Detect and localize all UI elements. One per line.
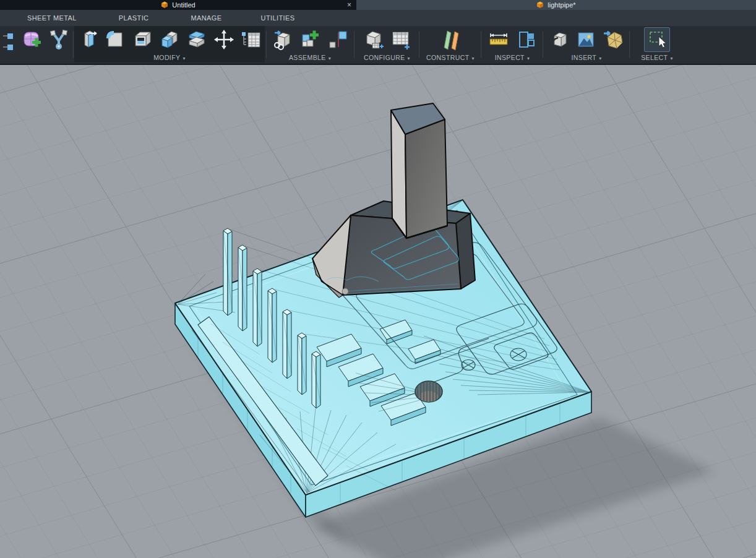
group-label-assemble[interactable]: ASSEMBLE bbox=[289, 54, 326, 61]
toolbar-group-construct: CONSTRUCT ▾ bbox=[420, 26, 481, 62]
chevron-down-icon: ▾ bbox=[183, 56, 185, 61]
group-label-configure[interactable]: CONFIGURE bbox=[364, 54, 405, 61]
group-label-construct[interactable]: CONSTRUCT bbox=[426, 54, 470, 61]
joint-icon[interactable] bbox=[326, 28, 348, 51]
toolbar-group-create bbox=[0, 26, 73, 62]
viewport-canvas[interactable] bbox=[0, 64, 756, 558]
sphere-marker bbox=[342, 288, 348, 294]
chevron-down-icon: ▾ bbox=[527, 56, 530, 61]
tab-label: lightpipe* bbox=[548, 1, 575, 9]
ribbon-tab-plastic[interactable]: PLASTIC bbox=[116, 14, 152, 22]
toolbar-group-configure: CONFIGURE ▾ bbox=[355, 26, 419, 62]
section-analysis-icon[interactable] bbox=[515, 28, 538, 51]
group-label-inspect[interactable]: INSPECT bbox=[495, 54, 525, 61]
insert-component-icon[interactable] bbox=[272, 28, 294, 51]
toolbar-group-select: SELECT ▾ bbox=[630, 26, 684, 62]
sketch-fragment-icon[interactable] bbox=[3, 28, 15, 51]
split-body-icon[interactable] bbox=[186, 28, 208, 51]
document-tab-bar: Untitled × lightpipe* bbox=[0, 0, 756, 10]
toolbar-group-assemble: ASSEMBLE ▾ bbox=[267, 26, 353, 62]
chevron-down-icon: ▾ bbox=[599, 56, 601, 61]
toolbar: MODIFY ▾ bbox=[0, 26, 756, 65]
close-icon[interactable]: × bbox=[347, 0, 351, 10]
create-form-icon[interactable] bbox=[20, 28, 43, 51]
configuration-table-icon[interactable] bbox=[390, 28, 412, 51]
tab-label: Untitled bbox=[172, 1, 195, 9]
derive-icon[interactable] bbox=[548, 28, 570, 51]
configuration-icon[interactable] bbox=[363, 28, 385, 51]
tab-lightpipe[interactable]: lightpipe* bbox=[356, 0, 756, 10]
ribbon-tab-sheet-metal[interactable]: SHEET METAL bbox=[25, 14, 79, 22]
ribbon-tab-bar: SHEET METAL PLASTIC MANAGE UTILITIES bbox=[0, 10, 756, 26]
solid-body-tower[interactable] bbox=[391, 103, 447, 238]
canvas-icon[interactable] bbox=[575, 28, 597, 51]
document-cube-icon bbox=[161, 1, 168, 9]
construction-plane-icon[interactable] bbox=[438, 28, 463, 51]
chevron-down-icon: ▾ bbox=[408, 56, 410, 61]
toolbar-group-inspect: INSPECT ▾ bbox=[482, 26, 543, 62]
insert-mesh-icon[interactable] bbox=[602, 28, 625, 51]
fillet-icon[interactable] bbox=[104, 28, 126, 51]
measure-icon[interactable] bbox=[487, 28, 510, 51]
document-cube-icon bbox=[536, 1, 544, 9]
combine-icon[interactable] bbox=[158, 28, 181, 51]
change-parameters-icon[interactable] bbox=[240, 28, 262, 51]
new-component-icon[interactable] bbox=[299, 28, 321, 51]
press-pull-icon[interactable] bbox=[77, 28, 99, 51]
automated-modeling-icon[interactable] bbox=[48, 28, 70, 51]
chevron-down-icon: ▾ bbox=[329, 56, 331, 61]
group-label-modify[interactable]: MODIFY bbox=[153, 54, 180, 61]
ribbon-tab-manage[interactable]: MANAGE bbox=[188, 14, 224, 22]
toolbar-group-insert: INSERT ▾ bbox=[544, 26, 629, 62]
group-label-insert[interactable]: INSERT bbox=[571, 54, 596, 61]
shell-icon[interactable] bbox=[131, 28, 153, 51]
tab-untitled[interactable]: Untitled × bbox=[0, 0, 356, 10]
toolbar-group-modify: MODIFY ▾ bbox=[74, 26, 265, 62]
chevron-down-icon: ▾ bbox=[670, 56, 672, 61]
chevron-down-icon: ▾ bbox=[472, 56, 475, 61]
ribbon-tab-utilities[interactable]: UTILITIES bbox=[259, 14, 298, 22]
select-icon[interactable] bbox=[644, 27, 670, 52]
group-label-select[interactable]: SELECT bbox=[641, 54, 668, 61]
move-copy-icon[interactable] bbox=[213, 28, 235, 51]
